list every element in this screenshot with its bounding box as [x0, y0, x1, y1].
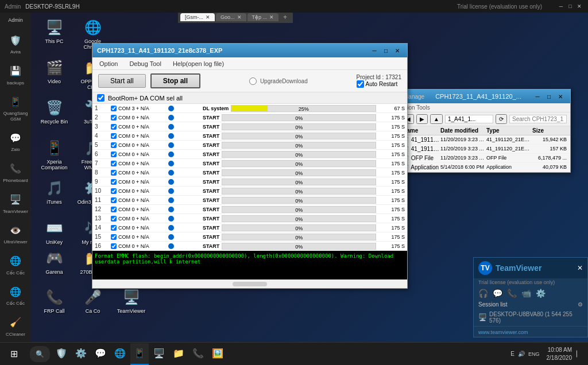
desktop-icon-itunes[interactable]: 🎵 iTunes [36, 177, 73, 216]
fm-refresh-btn[interactable]: ⟳ [496, 114, 507, 124]
sidebar-item-teamviewer[interactable]: 🖥️ TeamViewer [1, 188, 30, 218]
chrome-tab-gsm[interactable]: [Gsm-... ✕ [180, 13, 215, 21]
desktop-icon-frpcall[interactable]: 📞 FRP Call [36, 286, 73, 325]
boot-rom-checkbox[interactable] [97, 94, 105, 102]
taskbar-app-zalo[interactable]: 💬 [91, 343, 110, 365]
com-port: COM 0 + N/A [111, 161, 168, 166]
taskbar-app-photos[interactable]: 🖼️ [208, 343, 227, 365]
taskbar-app-antivirus[interactable]: 🛡️ [52, 343, 71, 365]
fm-file-row[interactable]: 📄 41_191120_21E8C...11/20/2019 3:23 AM41… [399, 135, 570, 145]
fm-minimize[interactable]: ─ [532, 92, 543, 101]
chrome-tab-google[interactable]: Goo... ✕ [216, 13, 246, 21]
fm-maximize[interactable]: □ [544, 92, 554, 101]
sidebar-item-avira[interactable]: 🛡️ Avira [1, 29, 30, 59]
chrome-tab-file[interactable]: Tệp ... ✕ [247, 13, 279, 21]
tool-close[interactable]: ✕ [392, 46, 403, 55]
tool-maximize[interactable]: □ [381, 46, 391, 55]
volume-icon[interactable]: 🔊 [518, 351, 525, 357]
taskbar-clock[interactable]: 10:08 AM 2/18/2020 [547, 346, 572, 362]
desktop-icon-caco[interactable]: 🎤 Ca Co [74, 286, 111, 325]
start-button[interactable]: ⊞ [0, 343, 28, 366]
auto-restart-checkbox[interactable] [357, 80, 364, 88]
fm-file-row[interactable]: 📄 41_191120_21E8C...11/20/2019 3:23 AM41… [399, 145, 570, 154]
taskbar-app-gsm[interactable]: 📱 [130, 343, 149, 365]
chrome-tab-close-1[interactable]: ✕ [206, 14, 210, 20]
taskbar-app-browser[interactable]: 🌐 [111, 343, 129, 365]
horizontal-scrollbar[interactable] [233, 282, 267, 286]
com-checkbox[interactable] [111, 106, 117, 111]
tv-url-text: www.teamviewer.com [478, 329, 528, 335]
com-checkbox[interactable] [111, 161, 117, 166]
menu-help[interactable]: Help(open log file) [171, 59, 226, 68]
progress-container: START0% [203, 123, 376, 130]
fm-forward-btn[interactable]: ▶ [416, 114, 428, 124]
row-number: 6 [95, 151, 111, 157]
fm-close[interactable]: ✕ [555, 92, 566, 101]
tv-chat-icon[interactable]: 💬 [493, 289, 502, 298]
tv-video-icon[interactable]: 📹 [521, 289, 531, 298]
tv-headset-icon[interactable]: 🎧 [478, 289, 488, 298]
tool-minimize[interactable]: ─ [369, 46, 380, 55]
video-label: Video [48, 79, 61, 84]
new-tab-btn[interactable]: + [280, 12, 291, 22]
com-checkbox[interactable] [111, 124, 117, 130]
sidebar-item-coccoc2[interactable]: 🌐 Cốc Cốc [1, 280, 30, 310]
tv-settings-icon[interactable]: ⚙️ [536, 289, 546, 298]
progress-container: START0% [203, 215, 376, 222]
file-size: 175 S [376, 179, 405, 185]
start-all-button[interactable]: Start all [98, 74, 146, 88]
com-checkbox[interactable] [111, 243, 117, 249]
tv-phone-icon[interactable]: 📞 [507, 289, 517, 298]
file-size: 175 S [376, 170, 405, 176]
chrome-tab-close-3[interactable]: ✕ [269, 14, 274, 20]
menu-debug[interactable]: Debug Tool [127, 59, 163, 68]
com-checkbox[interactable] [111, 179, 117, 185]
show-desktop-btn[interactable]: ▏ [574, 351, 583, 357]
upgrade-radio[interactable] [249, 77, 257, 85]
stop-all-button[interactable]: Stop all [150, 73, 200, 88]
minimize-btn[interactable]: ─ [557, 2, 565, 10]
com-checkbox[interactable] [111, 216, 117, 222]
desktop-icon-video[interactable]: 🎬 Video [36, 56, 73, 95]
tv-close-btn[interactable]: ✕ [577, 264, 583, 272]
taskbar-app-tv[interactable]: 🖥️ [150, 343, 168, 365]
taskbar-app-settings[interactable]: ⚙️ [72, 343, 90, 365]
desktop-icon-recyclebin[interactable]: 🗑️ Recycle Bin [36, 96, 73, 135]
tv-session-icon[interactable]: ⚙ [578, 301, 583, 308]
tv-device-item[interactable]: 🖥️ DESKTOP-U8BVA80 (1 544 255 576) [474, 309, 587, 326]
sidebar-item-coccoc1[interactable]: 🌐 Cốc Cốc [1, 250, 30, 279]
desktop-icon-teamviewer3[interactable]: 🖥️ TeamViewer [113, 286, 150, 325]
chrome-tab-close-2[interactable]: ✕ [237, 14, 242, 20]
sidebar-item-backups[interactable]: 💾 backups [1, 60, 30, 90]
com-checkbox[interactable] [111, 142, 117, 148]
fm-file-row[interactable]: 📄 OFP File11/20/2019 3:23 AMOFP File6,17… [399, 154, 570, 163]
com-checkbox[interactable] [111, 133, 117, 139]
desktop-icon-garena[interactable]: 🎮 Garena [36, 247, 73, 286]
com-checkbox[interactable] [111, 197, 117, 203]
taskbar-app-phone[interactable]: 📞 [189, 343, 207, 365]
com-checkbox[interactable] [111, 234, 117, 240]
taskbar-search[interactable]: 🔍 [30, 346, 50, 362]
maximize-btn[interactable]: □ [566, 2, 574, 10]
fm-search-input[interactable] [509, 115, 567, 123]
close-btn[interactable]: ✕ [575, 2, 583, 10]
sidebar-item-phoneboard[interactable]: 📞 Phoneboard [1, 157, 30, 187]
sidebar-item-zalo[interactable]: 💬 Zalo [1, 126, 30, 156]
com-checkbox[interactable] [111, 115, 117, 121]
com-checkbox[interactable] [111, 225, 117, 231]
com-port: COM 0 + N/A [111, 142, 168, 148]
com-checkbox[interactable] [111, 152, 117, 157]
menu-option[interactable]: Option [97, 59, 120, 68]
sidebar-item-quangsang[interactable]: 📱 QuangSang GSM [1, 90, 30, 125]
desktop-icon-xperia[interactable]: 📱 Xperia Companion [36, 137, 73, 176]
fm-up-btn[interactable]: ▲ [430, 114, 443, 124]
fm-path-input[interactable]: 1_A41_1... [445, 115, 493, 123]
desktop-icon-thispc[interactable]: 🖥️ This PC [36, 16, 73, 55]
sidebar-item-ccleaner[interactable]: 🧹 CCleaner [1, 311, 30, 341]
fm-file-row[interactable]: 📄 Application5/14/2018 6:00 PMApplicatio… [399, 163, 570, 172]
sidebar-item-ultraviewer[interactable]: 👁️ UltraViewer [1, 219, 30, 248]
com-checkbox[interactable] [111, 207, 117, 212]
com-checkbox[interactable] [111, 170, 117, 176]
taskbar-app-files[interactable]: 📁 [169, 343, 188, 365]
com-checkbox[interactable] [111, 188, 117, 194]
